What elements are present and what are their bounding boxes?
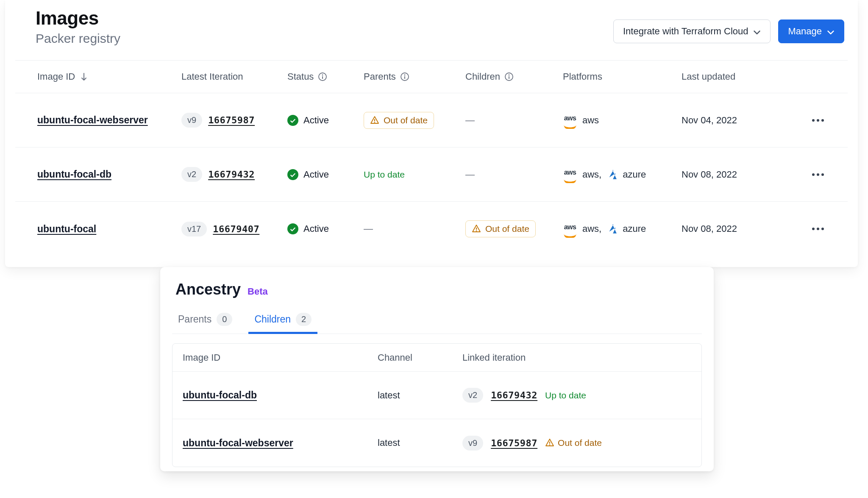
col-latest-iteration[interactable]: Latest Iteration bbox=[181, 71, 287, 82]
children-count: 2 bbox=[296, 313, 312, 326]
up-to-date-badge: Up to date bbox=[545, 390, 586, 401]
row-actions-button[interactable] bbox=[810, 221, 826, 236]
parents-cell: Out of date bbox=[364, 112, 465, 129]
integrate-terraform-button[interactable]: Integrate with Terraform Cloud bbox=[613, 19, 771, 43]
alert-triangle-icon bbox=[472, 224, 481, 234]
status-cell: Active bbox=[287, 115, 364, 126]
tab-parents[interactable]: Parents 0 bbox=[175, 307, 236, 334]
page-title: Images bbox=[36, 8, 120, 29]
parents-count: 0 bbox=[217, 313, 232, 326]
alert-triangle-icon bbox=[545, 438, 554, 448]
header-actions: Integrate with Terraform Cloud Manage bbox=[613, 19, 844, 43]
ancestry-card: Ancestry Beta Parents 0 Children 2 Image… bbox=[160, 267, 714, 471]
parents-cell: Up to date bbox=[364, 170, 465, 180]
last-updated-cell: Nov 08, 2022 bbox=[682, 169, 792, 180]
children-cell: — bbox=[465, 115, 563, 126]
ancestry-table-header: Image ID Channel Linked iteration bbox=[172, 344, 701, 372]
anc-col-linked: Linked iteration bbox=[462, 352, 691, 363]
status-cell: Active bbox=[287, 169, 364, 180]
sort-down-icon bbox=[79, 72, 89, 81]
manage-label: Manage bbox=[788, 26, 822, 37]
azure-icon bbox=[606, 223, 618, 234]
channel-cell: latest bbox=[378, 437, 462, 448]
last-updated-cell: Nov 04, 2022 bbox=[682, 115, 792, 126]
ancestry-row: ubuntu-focal-db latest v2 16679432 Up to… bbox=[172, 372, 701, 419]
images-panel: Images Packer registry Integrate with Te… bbox=[5, 0, 858, 267]
page-subtitle: Packer registry bbox=[36, 31, 120, 46]
image-id-link[interactable]: ubuntu-focal-db bbox=[37, 169, 111, 180]
aws-icon: aws bbox=[563, 224, 577, 234]
col-children[interactable]: Children bbox=[465, 71, 563, 82]
col-last-updated[interactable]: Last updated bbox=[682, 71, 792, 82]
table-row: ubuntu-focal-db v2 16679432 Active Up to… bbox=[15, 147, 848, 202]
iteration-link[interactable]: 16679432 bbox=[208, 169, 255, 180]
iteration-link[interactable]: 16679407 bbox=[213, 224, 259, 234]
row-actions-button[interactable] bbox=[810, 167, 826, 182]
version-pill: v2 bbox=[462, 388, 483, 403]
check-circle-icon bbox=[287, 115, 298, 126]
up-to-date-badge: Up to date bbox=[364, 170, 405, 179]
chevron-down-icon bbox=[827, 28, 835, 35]
manage-button[interactable]: Manage bbox=[778, 19, 844, 43]
beta-badge: Beta bbox=[248, 286, 268, 297]
version-pill: v17 bbox=[181, 222, 207, 236]
table-header-row: Image ID Latest Iteration Status Parents… bbox=[15, 60, 848, 93]
table-row: ubuntu-focal v17 16679407 Active — Out o… bbox=[15, 202, 848, 256]
images-table: Image ID Latest Iteration Status Parents… bbox=[15, 60, 848, 256]
parents-cell: — bbox=[364, 223, 465, 234]
tab-children[interactable]: Children 2 bbox=[251, 307, 315, 334]
alert-triangle-icon bbox=[370, 116, 379, 125]
empty-dash: — bbox=[465, 169, 475, 180]
integrate-terraform-label: Integrate with Terraform Cloud bbox=[623, 26, 748, 37]
col-status[interactable]: Status bbox=[287, 71, 364, 82]
table-row: ubuntu-focal-webserver v9 16675987 Activ… bbox=[15, 93, 848, 147]
ancestry-table: Image ID Channel Linked iteration ubuntu… bbox=[172, 343, 702, 467]
linked-iteration-cell: v9 16675987 Out of date bbox=[462, 436, 691, 451]
page-header: Images Packer registry Integrate with Te… bbox=[5, 4, 858, 60]
children-cell: Out of date bbox=[465, 220, 563, 237]
platforms-cell: aws aws,azure bbox=[563, 223, 682, 234]
anc-col-image-id: Image ID bbox=[183, 352, 378, 363]
info-icon[interactable] bbox=[504, 72, 514, 81]
empty-dash: — bbox=[465, 115, 475, 125]
aws-icon: aws bbox=[563, 169, 577, 180]
info-icon[interactable] bbox=[400, 72, 409, 81]
platforms-cell: aws aws,azure bbox=[563, 169, 682, 180]
ancestry-header: Ancestry Beta bbox=[175, 281, 698, 298]
ancestry-title: Ancestry bbox=[175, 281, 241, 298]
children-cell: — bbox=[465, 169, 563, 180]
status-cell: Active bbox=[287, 223, 364, 234]
title-block: Images Packer registry bbox=[36, 8, 120, 46]
iteration-link[interactable]: 16679432 bbox=[491, 390, 537, 401]
iteration-link[interactable]: 16675987 bbox=[208, 115, 255, 125]
image-id-link[interactable]: ubuntu-focal-webserver bbox=[183, 437, 293, 448]
ancestry-tabs: Parents 0 Children 2 bbox=[172, 307, 702, 334]
image-id-link[interactable]: ubuntu-focal-db bbox=[183, 389, 257, 401]
chevron-down-icon bbox=[753, 28, 761, 35]
out-of-date-badge: Out of date bbox=[465, 220, 536, 237]
info-icon[interactable] bbox=[318, 72, 327, 81]
image-id-link[interactable]: ubuntu-focal bbox=[37, 223, 96, 234]
azure-icon bbox=[606, 169, 618, 180]
channel-cell: latest bbox=[378, 390, 462, 401]
last-updated-cell: Nov 08, 2022 bbox=[682, 223, 792, 234]
linked-iteration-cell: v2 16679432 Up to date bbox=[462, 388, 691, 403]
check-circle-icon bbox=[287, 169, 298, 180]
ancestry-row: ubuntu-focal-webserver latest v9 1667598… bbox=[172, 419, 701, 467]
version-pill: v9 bbox=[181, 113, 202, 128]
iteration-link[interactable]: 16675987 bbox=[491, 438, 537, 448]
version-pill: v2 bbox=[181, 167, 202, 182]
anc-col-channel: Channel bbox=[378, 352, 462, 363]
row-actions-button[interactable] bbox=[810, 113, 826, 128]
out-of-date-badge: Out of date bbox=[545, 438, 602, 448]
version-pill: v9 bbox=[462, 436, 483, 451]
image-id-link[interactable]: ubuntu-focal-webserver bbox=[37, 114, 148, 125]
col-parents[interactable]: Parents bbox=[364, 71, 465, 82]
col-image-id[interactable]: Image ID bbox=[37, 71, 181, 82]
empty-dash: — bbox=[364, 223, 373, 234]
aws-icon: aws bbox=[563, 115, 577, 125]
check-circle-icon bbox=[287, 223, 298, 234]
col-platforms[interactable]: Platforms bbox=[563, 71, 682, 82]
platforms-cell: aws aws bbox=[563, 115, 682, 126]
out-of-date-badge: Out of date bbox=[364, 112, 434, 129]
